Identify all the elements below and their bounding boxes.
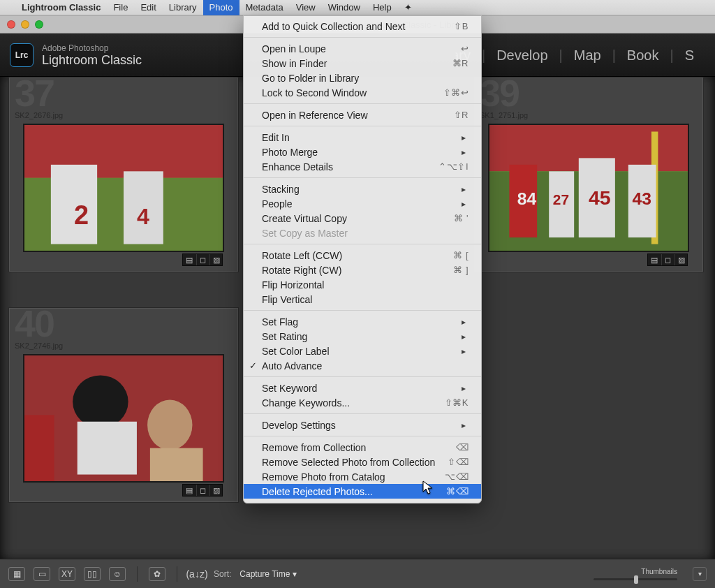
menu-item[interactable]: Remove Selected Photo from Collection⇧⌫ xyxy=(244,455,481,469)
menu-library[interactable]: Library xyxy=(163,0,203,15)
menu-item[interactable]: Auto Advance xyxy=(244,358,481,373)
menu-item-label: People xyxy=(262,198,460,210)
menu-edit[interactable]: Edit xyxy=(134,0,162,15)
menu-item[interactable]: Set Color Label xyxy=(244,344,481,358)
menu-item[interactable]: Set Flag xyxy=(244,314,481,329)
menu-item[interactable]: Flip Horizontal xyxy=(244,277,481,292)
menu-shortcut: ⇧B xyxy=(454,21,469,31)
badge-icon: ▤ xyxy=(183,485,196,496)
thumbnail-image[interactable]: 2 4 xyxy=(23,124,224,252)
menu-item-label: Auto Advance xyxy=(262,360,469,372)
svg-rect-19 xyxy=(78,422,137,475)
compare-view-icon[interactable]: XY xyxy=(59,567,75,581)
menu-item[interactable]: Lock to Second Window⇧⌘↩ xyxy=(244,85,481,100)
cell-filename: SK2_2746.jpg xyxy=(15,341,63,350)
menubar-extra-icon[interactable]: ✦ xyxy=(398,0,418,15)
menu-divider xyxy=(244,436,481,436)
menu-file[interactable]: File xyxy=(107,0,134,15)
grid-view-icon[interactable]: ▦ xyxy=(8,567,25,581)
sort-direction-icon[interactable]: (a↓z) xyxy=(189,567,205,581)
badge-icon: ◻ xyxy=(196,485,209,496)
menu-item[interactable]: Enhance Details⌃⌥⇧I xyxy=(244,159,481,174)
menu-item[interactable]: Open in Loupe↩ xyxy=(244,41,481,56)
slider-track[interactable] xyxy=(594,578,677,580)
svg-text:2: 2 xyxy=(74,200,89,230)
grid-cell[interactable]: 39 SK1_2751.jpg 84 45 43 27 ▤ ◻ ▨ xyxy=(473,77,704,272)
menu-item-label: Lock to Second Window xyxy=(262,87,443,98)
loupe-view-icon[interactable]: ▭ xyxy=(34,567,50,581)
traffic-lights[interactable] xyxy=(7,20,43,29)
slider-knob[interactable] xyxy=(634,575,638,584)
menu-item-label: Set Copy as Master xyxy=(262,228,469,239)
badge-icon: ▨ xyxy=(209,485,222,496)
module-book[interactable]: Book xyxy=(616,47,670,64)
menu-view[interactable]: View xyxy=(290,0,322,15)
menu-item-label: Edit In xyxy=(262,132,460,143)
menu-item-label: Add to Quick Collection and Next xyxy=(262,21,454,32)
zoom-window-icon[interactable] xyxy=(35,20,43,29)
module-develop[interactable]: Develop xyxy=(485,47,559,64)
brand: Lrc Adobe Photoshop Lightroom Classic xyxy=(10,43,142,68)
menu-item[interactable]: Stacking xyxy=(244,182,481,196)
menu-shortcut: ⌘⌫ xyxy=(446,486,469,497)
menu-item[interactable]: Develop Settings xyxy=(244,418,481,432)
menu-help[interactable]: Help xyxy=(367,0,398,15)
menu-item-label: Flip Vertical xyxy=(262,294,469,305)
menu-item-label: Set Color Label xyxy=(262,346,460,357)
svg-text:84: 84 xyxy=(517,189,537,208)
menu-item[interactable]: Set Rating xyxy=(244,329,481,344)
menu-item[interactable]: Show in Finder⌘R xyxy=(244,56,481,71)
menu-window[interactable]: Window xyxy=(322,0,367,15)
thumbnail-image[interactable] xyxy=(23,354,224,483)
menu-item[interactable]: Delete Rejected Photos...⌘⌫ xyxy=(244,484,481,499)
menu-item[interactable]: Add to Quick Collection and Next⇧B xyxy=(244,19,481,34)
module-map[interactable]: Map xyxy=(563,47,612,64)
menu-item[interactable]: Flip Vertical xyxy=(244,292,481,307)
menu-item[interactable]: Rotate Right (CW)⌘ ] xyxy=(244,263,481,277)
people-view-icon[interactable]: ☺ xyxy=(109,567,126,581)
separator xyxy=(177,566,177,582)
close-window-icon[interactable] xyxy=(7,20,15,29)
menu-photo[interactable]: Photo xyxy=(203,0,239,15)
minimize-window-icon[interactable] xyxy=(21,20,29,29)
grid-cell[interactable]: 40 SK2_2746.jpg ▤ ◻ ▨ xyxy=(8,307,239,503)
menu-item[interactable]: Open in Reference View⇧R xyxy=(244,108,481,122)
menu-item[interactable]: Photo Merge xyxy=(244,145,481,159)
menu-metadata[interactable]: Metadata xyxy=(239,0,290,15)
svg-text:4: 4 xyxy=(137,204,149,229)
slider-label: Thumbnails xyxy=(641,568,677,575)
menu-item[interactable]: People xyxy=(244,196,481,211)
menu-item[interactable]: Create Virtual Copy⌘ ' xyxy=(244,211,481,226)
menu-item-label: Open in Loupe xyxy=(262,43,461,54)
submenu-arrow-icon xyxy=(460,331,469,341)
menu-item-label: Flip Horizontal xyxy=(262,279,469,291)
menu-app[interactable]: Lightroom Classic xyxy=(15,0,107,15)
svg-rect-22 xyxy=(24,415,54,481)
grid-cell[interactable]: 37 SK2_2676.jpg 2 4 ▤ ◻ ▨ xyxy=(8,77,239,272)
menu-item[interactable]: Set Keyword xyxy=(244,381,481,395)
photo-menu[interactable]: Add to Quick Collection and Next⇧BOpen i… xyxy=(243,15,482,504)
module-more[interactable]: S xyxy=(674,47,705,64)
submenu-arrow-icon xyxy=(460,132,469,142)
cell-filename: SK2_2676.jpg xyxy=(15,111,63,119)
menu-shortcut: ⌫ xyxy=(456,442,469,453)
menu-item[interactable]: Go to Folder in Library xyxy=(244,71,481,85)
survey-view-icon[interactable]: ▯▯ xyxy=(84,567,101,581)
toolbar-more-icon[interactable]: ▾ xyxy=(693,567,707,581)
menu-item[interactable]: Rotate Left (CCW)⌘ [ xyxy=(244,248,481,263)
submenu-arrow-icon xyxy=(460,198,469,209)
menu-shortcut: ⌘ [ xyxy=(453,250,469,260)
menu-item[interactable]: Remove Photo from Catalog⌥⌫ xyxy=(244,469,481,484)
badge-icon: ▨ xyxy=(675,254,687,265)
painter-tool-icon[interactable]: ✿ xyxy=(149,567,165,581)
menu-item[interactable]: Change Keywords...⇧⌘K xyxy=(244,395,481,410)
thumbnail-image[interactable]: 84 45 43 27 xyxy=(488,124,689,252)
menu-item-label: Rotate Right (CW) xyxy=(262,265,453,276)
menu-item-label: Go to Folder in Library xyxy=(262,73,469,84)
menu-item[interactable]: Remove from Collection⌫ xyxy=(244,440,481,455)
menu-divider xyxy=(244,244,481,244)
thumbnail-size-slider[interactable]: Thumbnails xyxy=(594,568,677,580)
grid-toolbar: ▦ ▭ XY ▯▯ ☺ ✿ (a↓z) Sort: Capture Time ▾… xyxy=(0,559,715,588)
sort-value[interactable]: Capture Time ▾ xyxy=(239,569,296,579)
menu-item[interactable]: Edit In xyxy=(244,130,481,145)
